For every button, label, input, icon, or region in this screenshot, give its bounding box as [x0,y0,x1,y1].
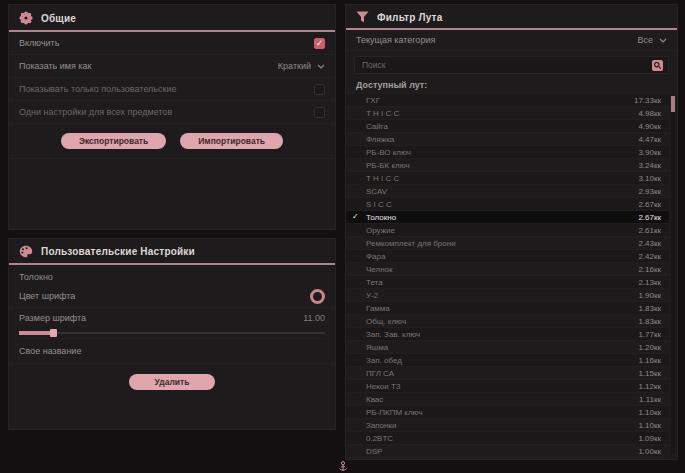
category-select[interactable]: Все [637,35,667,45]
setting-only-custom: Показывать только пользовательские [9,78,335,101]
loot-item-value: 1.16кк [638,356,661,365]
gear-icon [19,11,33,25]
custom-name-row: Свое название [9,339,335,364]
loot-item-row[interactable]: Запонки1.10кк [346,419,669,432]
setting-name-mode: Показать имя как Краткий [9,55,335,78]
loot-item-value: 1.10кк [638,421,661,430]
name-mode-select[interactable]: Краткий [278,61,325,71]
loot-item-name: Общ. ключ [366,317,406,326]
loot-item-row[interactable]: Гамма1.83кк [346,302,669,315]
delete-button[interactable]: Удалить [129,374,215,390]
loot-item-value: 3.24кк [638,161,661,170]
selected-item-name: Толокно [9,265,335,285]
enable-checkbox[interactable]: ✓ [314,38,325,49]
loot-item-value: 1.10кк [638,408,661,417]
funnel-icon [356,11,369,23]
loot-item-row[interactable]: S I C C2.67кк [346,198,669,211]
only-custom-checkbox[interactable] [314,84,325,95]
loot-item-row[interactable]: Некои ТЗ1.12кк [346,380,669,393]
loot-item-row[interactable]: Яшма1.20кк [346,341,669,354]
loot-item-row[interactable]: Оружие2.61кк [346,224,669,237]
loot-item-name: T H I C C [366,109,399,118]
loot-item-row[interactable]: T H I C C4.98кк [346,107,669,120]
panel-general: Общие Включить ✓ Показать имя как Кратки… [8,4,336,230]
loot-item-value: 1.77кк [638,330,661,339]
loot-item-name: 0.2BTC [366,434,393,443]
slider-fill [19,331,53,335]
palette-icon [19,245,33,258]
loot-item-name: Сайга [366,122,388,131]
scrollbar[interactable] [671,95,675,454]
panel-general-title: Общие [41,13,76,24]
color-wheel-icon[interactable] [310,289,325,304]
category-row: Текущая категория Все [346,30,677,51]
loot-item-row[interactable]: Сайга4.90кк [346,120,669,133]
loot-item-value: 2.67кк [638,213,661,222]
loot-item-row[interactable]: Челнок2.16кк [346,263,669,276]
loot-item-row[interactable]: РБ-ПКПМ ключ1.10кк [346,406,669,419]
custom-name-input[interactable] [93,345,325,357]
mod-config-window: Общие Включить ✓ Показать имя как Кратки… [0,0,685,473]
font-size-row: Размер шрифта 11.00 [9,308,335,328]
panel-general-header: Общие [9,5,335,30]
loot-item-value: 1.90кк [638,291,661,300]
panel-custom-header: Пользовательские Настройки [9,239,335,263]
setting-enable-label: Включить [19,38,59,48]
loot-item-row[interactable]: 0.2BTC1.09кк [346,432,669,445]
search-input[interactable] [360,59,648,71]
loot-item-value: 17.33кк [634,96,661,105]
search-icon[interactable] [652,60,663,71]
loot-item-name: ПГЛ СА [366,369,394,378]
loot-item-row[interactable]: Фляжка4.47кк [346,133,669,146]
slider-handle[interactable] [50,329,57,337]
name-mode-value: Краткий [278,61,311,71]
loot-item-name: Гамма [366,304,390,313]
loot-item-row[interactable]: Тета2.13кк [346,276,669,289]
loot-item-value: 2.42кк [638,252,661,261]
panel-loot-filter: Фильтр Лута Текущая категория Все [345,4,678,460]
loot-item-name: Оружие [366,226,395,235]
same-for-all-checkbox[interactable] [314,107,325,118]
loot-item-row[interactable]: ✓Толокно2.67кк [346,211,669,224]
loot-item-row[interactable]: Зап. обед1.16кк [346,354,669,367]
loot-item-row[interactable]: Ремкомплект для брони2.43кк [346,237,669,250]
setting-same-for-all-label: Одни настройки для всех предметов [19,107,172,117]
loot-item-name: Ремкомплект для брони [366,239,456,248]
panel-custom-title: Пользовательские Настройки [41,246,195,257]
loot-item-value: 1.15кк [638,369,661,378]
loot-item-row[interactable]: Зап. Зав. ключ1.77кк [346,328,669,341]
loot-item-value: 2.67кк [638,200,661,209]
loot-item-row[interactable]: РБ-БК ключ3.24кк [346,159,669,172]
loot-item-value: 2.93кк [638,187,661,196]
loot-item-row[interactable]: У-21.90кк [346,289,669,302]
loot-item-value: 4.98кк [638,109,661,118]
panel-filter-title: Фильтр Лута [377,12,442,23]
loot-item-row[interactable]: Фара2.42кк [346,250,669,263]
drag-handle-icon[interactable] [338,461,347,472]
general-buttons: Экспортировать Импортировать [9,133,335,149]
loot-item-name: Некои ТЗ [366,382,401,391]
loot-item-row[interactable]: РБ-ВО ключ3.90кк [346,146,669,159]
panel-custom-settings: Пользовательские Настройки Толокно Цвет … [8,238,336,430]
loot-item-name: Яшма [366,343,388,352]
loot-item-name: РБ-ВО ключ [366,148,411,157]
loot-item-row[interactable]: Общ. ключ1.83кк [346,315,669,328]
section-divider [9,158,335,159]
loot-item-value: 1.83кк [638,317,661,326]
loot-item-row[interactable]: ПГЛ СА1.15кк [346,367,669,380]
loot-item-row[interactable]: ГХГ17.33кк [346,94,669,107]
import-button[interactable]: Импортировать [180,133,283,149]
loot-item-name: РБ-БК ключ [366,161,410,170]
loot-item-name: Челнок [366,265,393,274]
loot-item-row[interactable]: SCAV2.93кк [346,185,669,198]
export-button[interactable]: Экспортировать [61,133,166,149]
font-size-slider[interactable] [19,328,325,339]
scrollbar-thumb[interactable] [671,96,675,112]
loot-item-row[interactable]: DSP1.00кк [346,445,669,458]
loot-list: ГХГ17.33ккT H I C C4.98ккСайга4.90ккФляж… [346,93,669,458]
loot-item-row[interactable]: Квас1.11кк [346,393,669,406]
loot-item-name: Толокно [366,213,396,222]
font-color-label: Цвет шрифта [19,291,75,301]
loot-item-name: РБ-ПКПМ ключ [366,408,423,417]
loot-item-row[interactable]: T H I C C3.10кк [346,172,669,185]
